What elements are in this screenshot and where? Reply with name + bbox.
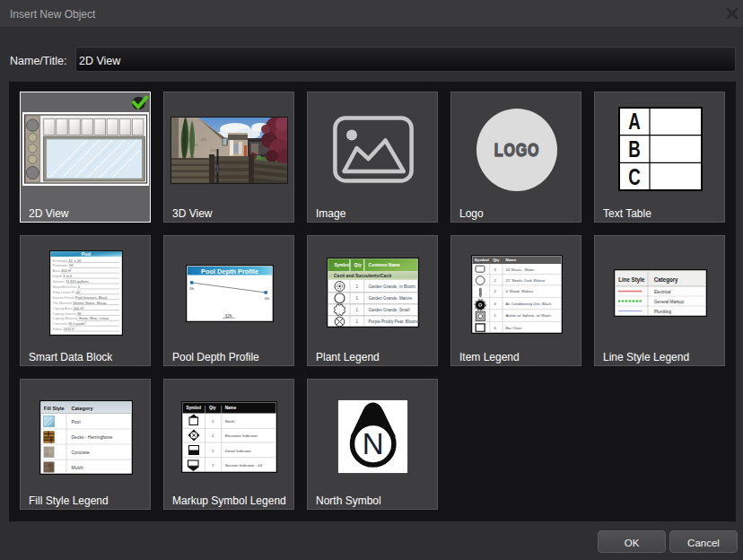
svg-text:Atelier w/ Sphere, w/ Water: Atelier w/ Sphere, w/ Water (506, 313, 552, 318)
svg-text:Volume 11,842 gallons: Volume 11,842 gallons (53, 279, 89, 284)
svg-text:Garden Grande, Small: Garden Grande, Small (369, 308, 410, 312)
svg-text:Garden Grande, In Bloom: Garden Grande, In Bloom (369, 284, 416, 289)
svg-text:3ft.: 3ft. (189, 286, 195, 291)
svg-text:Symbol: Symbol (334, 263, 349, 267)
svg-text:Category: Category (654, 276, 678, 284)
svg-text:Elevation Indicator: Elevation Indicator (225, 433, 258, 438)
svg-text:Area 464 ft²: Area 464 ft² (53, 268, 73, 273)
svg-text:A: A (628, 108, 641, 135)
svg-text:Concrete: Concrete (72, 450, 91, 455)
svg-text:Symbol: Symbol (475, 258, 489, 262)
svg-text:Tile Material Veneer Stone, M: Tile Material Veneer Stone, Mixup (53, 301, 108, 305)
svg-text:6ft.: 6ft. (265, 296, 270, 301)
svg-text:16' Brass - Water: 16' Brass - Water (506, 267, 536, 272)
svg-text:Qty: Qty (354, 263, 362, 267)
svg-text:Coping Interior 96': Coping Interior 96' (53, 311, 83, 316)
svg-text:Fill Style: Fill Style (44, 406, 66, 411)
svg-text:Name: Name (225, 406, 237, 410)
svg-text:Coping Material Stone, Blue,: Coping Material Stone, Blue, Linear (53, 316, 110, 320)
svg-text:32ft.: 32ft. (224, 313, 233, 319)
svg-text:Depth 3 to 6: Depth 3 to 6 (53, 274, 74, 278)
svg-text:Pool Depth Profile: Pool Depth Profile (201, 267, 258, 276)
svg-text:4' Wood, Walnut: 4' Wood, Walnut (506, 289, 534, 293)
svg-text:Common Name: Common Name (369, 263, 401, 267)
svg-text:B: B (628, 136, 641, 162)
svg-text:1: 1 (355, 296, 358, 301)
svg-text:Envelope 32' x 16': Envelope 32' x 16' (53, 258, 83, 263)
svg-text:1: 1 (355, 284, 358, 289)
svg-text:Detail Indicator: Detail Indicator (225, 449, 252, 453)
svg-text:Steps/Benches 3: Steps/Benches 3 (53, 284, 81, 289)
svg-text:Cacti and Succulents/Cacti: Cacti and Succulents/Cacti (334, 273, 392, 278)
svg-text:Pool: Pool (82, 252, 91, 257)
svg-text:Garden Grande, Mature: Garden Grande, Mature (369, 296, 413, 301)
svg-text:Section Indicator - 04: Section Indicator - 04 (225, 463, 263, 468)
svg-text:Step Linear Ft 40': Step Linear Ft 40' (53, 290, 82, 294)
svg-text:Plumbing: Plumbing (654, 310, 672, 314)
svg-text:21" Bowls, Dark Walnut: 21" Bowls, Dark Walnut (506, 278, 546, 283)
svg-text:Electrical: Electrical (654, 290, 671, 294)
svg-text:General Markup: General Markup (654, 300, 684, 304)
svg-text:Interior Finish Pool Interior: Interior Finish Pool Interiors, Black (53, 295, 108, 300)
svg-text:Qty: Qty (209, 406, 216, 410)
svg-text:Qty: Qty (493, 258, 500, 262)
svg-text:North: North (225, 419, 235, 424)
svg-text:Air Conditioning Unit, Black: Air Conditioning Unit, Black (506, 302, 553, 306)
svg-text:N: N (363, 427, 384, 460)
svg-text:Symbol: Symbol (187, 406, 202, 410)
svg-text:Category: Category (71, 406, 93, 411)
svg-text:Purple Prickly Pear, Bloomed: Purple Prickly Pear, Bloomed (369, 319, 420, 324)
svg-text:Rebar 2011'0": Rebar 2011'0" (53, 327, 76, 331)
svg-text:Coping Area 100 ft²: Coping Area 100 ft² (53, 306, 84, 311)
svg-text:Name: Name (506, 258, 518, 262)
svg-text:Decks - Herringbone: Decks - Herringbone (72, 434, 113, 440)
svg-text:Concrete 16.0 yards³: Concrete 16.0 yards³ (53, 321, 87, 326)
svg-text:Mulch: Mulch (72, 465, 84, 470)
svg-text:Pool: Pool (72, 419, 81, 424)
svg-text:Bar Chair: Bar Chair (506, 326, 522, 330)
svg-text:1: 1 (355, 319, 358, 324)
svg-text:Perimeter 96': Perimeter 96' (53, 263, 74, 267)
svg-text:C: C (628, 163, 641, 190)
svg-text:1: 1 (355, 308, 358, 312)
svg-text:Line Style: Line Style (618, 276, 644, 284)
